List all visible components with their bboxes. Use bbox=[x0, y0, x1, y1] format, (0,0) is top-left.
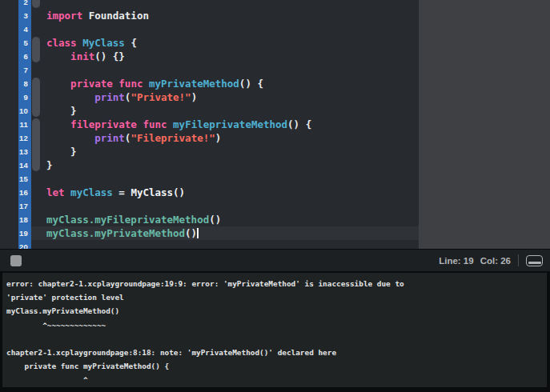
hide-debug-area-icon[interactable] bbox=[526, 255, 543, 266]
token-pl bbox=[167, 118, 174, 130]
line-number: 10 bbox=[0, 104, 28, 118]
code-text: print("Fileprivate!") bbox=[46, 131, 221, 145]
line-number: 2 bbox=[0, 0, 28, 9]
code-text: fileprivate func myFileprivateMethod() { bbox=[46, 118, 311, 131]
line-number: 9 bbox=[0, 90, 28, 104]
token-str: "Fileprivate!" bbox=[130, 132, 215, 144]
code-line[interactable]: 14} bbox=[0, 158, 419, 172]
line-number: 20 bbox=[0, 240, 28, 249]
token-fn: print bbox=[94, 132, 125, 144]
token-str: "Private!" bbox=[130, 91, 191, 103]
code-text: myClass.myFileprivateMethod() bbox=[46, 213, 221, 226]
line-number: 18 bbox=[0, 213, 28, 226]
code-text: } bbox=[46, 145, 77, 158]
console-output: error: chapter2-1.xcplaygroundpage:19:9:… bbox=[2, 273, 547, 387]
code-line[interactable]: 7 bbox=[0, 63, 419, 77]
line-number: 17 bbox=[0, 199, 28, 213]
line-col-indicator: Line: 19 Col: 26 bbox=[439, 256, 511, 266]
code-text: private func myPrivateMethod() { bbox=[46, 77, 263, 90]
token-decl: myClass bbox=[70, 186, 113, 198]
code-line[interactable]: 5class MyClass { bbox=[0, 36, 419, 50]
token-pl bbox=[46, 91, 94, 103]
token-kw: fileprivate bbox=[70, 118, 137, 130]
code-line[interactable]: 16let myClass = MyClass() bbox=[0, 186, 419, 199]
token-pl bbox=[46, 78, 70, 90]
code-text: } bbox=[46, 104, 77, 118]
token-pl: { bbox=[125, 37, 137, 49]
line-number: 8 bbox=[0, 77, 28, 90]
line-number: 7 bbox=[0, 63, 28, 77]
token-pl: () bbox=[209, 214, 221, 226]
line-number: 11 bbox=[0, 118, 28, 131]
line-number: 5 bbox=[0, 36, 28, 50]
token-pl bbox=[46, 50, 70, 62]
playground-results-sidebar bbox=[419, 0, 550, 249]
code-line[interactable]: 10 } bbox=[0, 104, 419, 118]
code-line[interactable]: 6 init() {} bbox=[0, 50, 419, 63]
line-number: 14 bbox=[0, 158, 28, 172]
line-number: 12 bbox=[0, 131, 28, 145]
token-pl: } bbox=[46, 146, 77, 158]
token-fn: print bbox=[94, 91, 125, 103]
code-text: class MyClass { bbox=[46, 36, 137, 50]
token-kw: func bbox=[118, 78, 143, 90]
token-kw: let bbox=[46, 186, 65, 198]
code-line[interactable]: 9 print("Private!") bbox=[0, 90, 419, 104]
code-line[interactable]: 11 fileprivate func myFileprivateMethod(… bbox=[0, 118, 419, 131]
line-number: 15 bbox=[0, 172, 28, 186]
token-pl: () {} bbox=[94, 50, 125, 62]
token-decl: MyClass bbox=[82, 37, 125, 49]
token-pl: Foundation bbox=[82, 10, 149, 22]
code-line[interactable]: 19myClass.myPrivateMethod() bbox=[0, 226, 419, 240]
token-type: MyClass() bbox=[130, 186, 185, 198]
token-use: myClass.myPrivateMethod bbox=[46, 227, 185, 239]
token-pl: = bbox=[113, 186, 131, 198]
token-kw: func bbox=[143, 118, 167, 130]
code-editor[interactable]: 23import Foundation45class MyClass {6 in… bbox=[0, 0, 550, 249]
line-number: 4 bbox=[0, 22, 28, 36]
code-text: print("Private!") bbox=[46, 90, 197, 104]
status-bar: Line: 19 Col: 26 bbox=[0, 249, 550, 271]
line-number: 16 bbox=[0, 186, 28, 199]
code-text: myClass.myPrivateMethod() bbox=[46, 226, 199, 240]
line-number: 3 bbox=[0, 9, 28, 22]
code-text: } bbox=[46, 158, 53, 172]
stop-execution-button[interactable] bbox=[10, 255, 22, 266]
token-pl bbox=[143, 78, 149, 90]
code-text: let myClass = MyClass() bbox=[46, 186, 185, 199]
line-number: 6 bbox=[0, 50, 28, 63]
code-line[interactable]: 4 bbox=[0, 22, 419, 36]
code-line[interactable]: 18myClass.myFileprivateMethod() bbox=[0, 213, 419, 226]
status-divider bbox=[518, 254, 519, 266]
code-line[interactable]: 3import Foundation bbox=[0, 9, 419, 22]
code-line[interactable]: 15 bbox=[0, 172, 419, 186]
code-text: import Foundation bbox=[46, 9, 149, 22]
token-pl: ) bbox=[215, 132, 222, 144]
line-number: 19 bbox=[0, 226, 28, 240]
token-pl: ) bbox=[191, 91, 198, 103]
console-panel[interactable]: error: chapter2-1.xcplaygroundpage:19:9:… bbox=[0, 271, 550, 392]
token-kw: private bbox=[70, 78, 113, 90]
code-text: init() {} bbox=[46, 50, 125, 63]
xcode-playground-window: 23import Foundation45class MyClass {6 in… bbox=[0, 0, 550, 392]
token-pl bbox=[46, 118, 70, 130]
code-line[interactable]: 20 bbox=[0, 240, 419, 249]
col-indicator: Col: 26 bbox=[480, 256, 511, 266]
line-indicator: Line: 19 bbox=[439, 256, 473, 266]
code-lines: 23import Foundation45class MyClass {6 in… bbox=[0, 0, 419, 249]
token-pl: () bbox=[185, 227, 197, 239]
token-decl: myPrivateMethod bbox=[149, 78, 239, 90]
token-kw: import bbox=[46, 10, 82, 22]
token-pl: } bbox=[46, 159, 53, 171]
text-cursor bbox=[197, 228, 199, 238]
code-line[interactable]: 17 bbox=[0, 199, 419, 213]
token-use: myClass.myFileprivateMethod bbox=[46, 214, 209, 226]
token-pl: } bbox=[46, 105, 77, 117]
code-line[interactable]: 8 private func myPrivateMethod() { bbox=[0, 77, 419, 90]
code-line[interactable]: 13 } bbox=[0, 145, 419, 158]
code-line[interactable]: 12 print("Fileprivate!") bbox=[0, 131, 419, 145]
code-line[interactable]: 2 bbox=[0, 0, 419, 9]
debug-area-bottom-bar-glyph bbox=[528, 262, 541, 265]
token-kw: init bbox=[70, 50, 94, 62]
token-kw: class bbox=[46, 37, 77, 49]
